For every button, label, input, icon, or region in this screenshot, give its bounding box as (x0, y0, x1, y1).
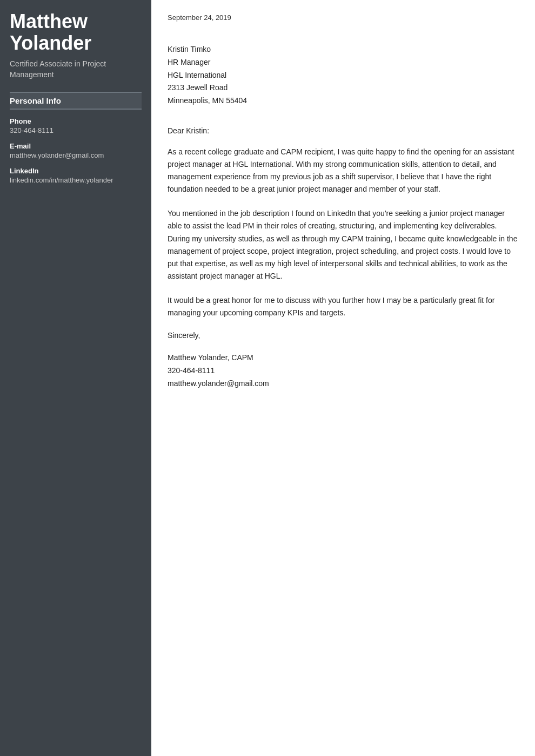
sig-phone: 320-464-8111 (168, 364, 519, 377)
phone-label: Phone (10, 117, 142, 125)
recipient-name: Kristin Timko (168, 43, 519, 56)
sig-email: matthew.yolander@gmail.com (168, 377, 519, 390)
name-line2: Yolander (10, 32, 91, 54)
personal-info-header: Personal Info (10, 92, 142, 110)
phone-info: Phone 320-464-8111 (10, 117, 142, 134)
recipient-block: Kristin Timko HR Manager HGL Internation… (168, 43, 519, 107)
letter-closing: Sincerely, (168, 331, 519, 340)
sig-name: Matthew Yolander, CAPM (168, 352, 519, 364)
recipient-address: 2313 Jewell Road (168, 82, 519, 94)
recipient-city: Minneapolis, MN 55404 (168, 94, 519, 107)
linkedin-info: LinkedIn linkedin.com/in/matthew.yolande… (10, 167, 142, 184)
email-info: E-mail matthew.yolander@gmail.com (10, 142, 142, 159)
email-label: E-mail (10, 142, 142, 150)
applicant-title: Certified Associate in Project Managemen… (10, 59, 142, 80)
recipient-title: HR Manager (168, 56, 519, 69)
letter-paragraph-2: You mentioned in the job description I f… (168, 207, 519, 282)
linkedin-value: linkedin.com/in/matthew.yolander (10, 176, 142, 184)
sidebar: Matthew Yolander Certified Associate in … (0, 0, 151, 756)
linkedin-label: LinkedIn (10, 167, 142, 175)
letter-paragraph-3: It would be a great honor for me to disc… (168, 294, 519, 319)
name-line1: Matthew (10, 10, 88, 32)
letter-content: September 24, 2019 Kristin Timko HR Mana… (151, 0, 535, 756)
phone-value: 320-464-8111 (10, 126, 142, 134)
recipient-company: HGL International (168, 69, 519, 82)
applicant-name: Matthew Yolander Certified Associate in … (10, 11, 142, 80)
letter-paragraph-1: As a recent college graduate and CAPM re… (168, 146, 519, 195)
email-value: matthew.yolander@gmail.com (10, 151, 142, 159)
letter-date: September 24, 2019 (168, 14, 519, 22)
signature-block: Matthew Yolander, CAPM 320-464-8111 matt… (168, 352, 519, 390)
letter-salutation: Dear Kristin: (168, 126, 519, 135)
